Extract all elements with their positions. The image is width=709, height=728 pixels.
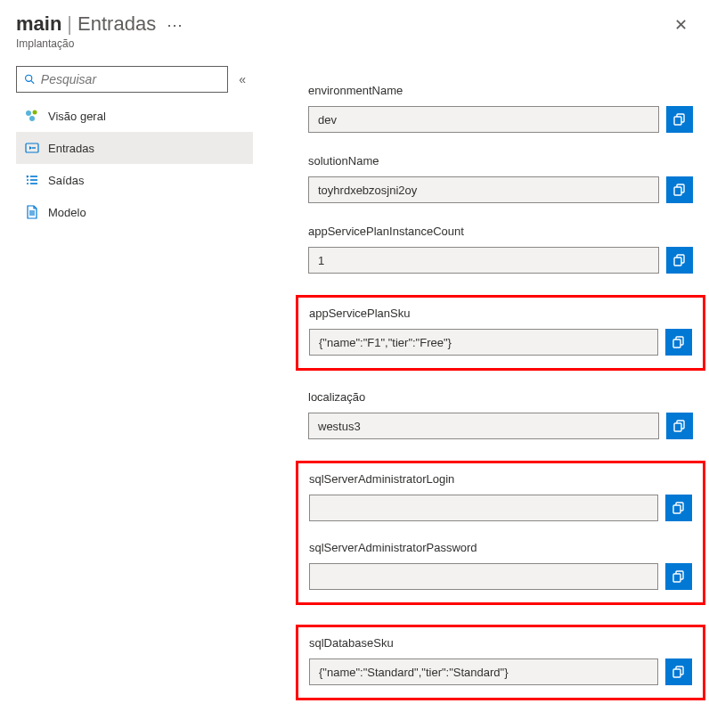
param-localizacao: localização	[308, 390, 693, 439]
copy-button[interactable]	[665, 329, 692, 356]
param-value-input[interactable]	[308, 106, 659, 133]
highlight-appServicePlanSku: appServicePlanSku	[296, 295, 705, 371]
copy-icon	[672, 112, 687, 127]
param-sqlDatabaseSku: sqlDatabaseSku	[309, 636, 692, 685]
sidebar-item-label: Visão geral	[48, 110, 106, 123]
param-value-input[interactable]	[309, 563, 658, 590]
copy-button[interactable]	[665, 495, 692, 521]
sidebar-item-inputs[interactable]: Entradas	[16, 132, 253, 164]
collapse-sidebar-button[interactable]: «	[235, 69, 249, 90]
copy-icon	[672, 419, 687, 433]
param-appServicePlanSku: appServicePlanSku	[309, 307, 692, 356]
param-label: environmentName	[308, 84, 693, 97]
search-box[interactable]	[16, 66, 228, 93]
search-input[interactable]	[41, 72, 220, 86]
search-icon	[24, 73, 36, 86]
param-value-input[interactable]	[309, 658, 658, 685]
param-appServicePlanInstanceCount: appServicePlanInstanceCount	[308, 225, 693, 274]
param-label: sqlDatabaseSku	[309, 636, 692, 650]
page-subtitle: Implantação	[16, 37, 183, 50]
param-environmentName: environmentName	[308, 84, 693, 133]
copy-button[interactable]	[666, 106, 693, 133]
template-icon	[25, 205, 39, 219]
copy-button[interactable]	[666, 247, 693, 274]
main-content: environmentName solutionName appServiceP…	[258, 66, 709, 720]
copy-icon	[672, 501, 686, 515]
param-value-input[interactable]	[308, 176, 659, 203]
param-sqlServerAdministratorLogin: sqlServerAdministratorLogin	[309, 472, 692, 521]
param-solutionName: solutionName	[308, 154, 693, 203]
copy-icon	[672, 665, 686, 679]
outputs-icon	[25, 173, 39, 187]
param-label: sqlServerAdministratorPassword	[309, 541, 692, 554]
title-separator: |	[67, 12, 72, 36]
param-value-input[interactable]	[308, 413, 659, 439]
copy-button[interactable]	[666, 413, 693, 439]
param-value-input[interactable]	[309, 495, 658, 521]
sidebar-item-label: Entradas	[48, 142, 94, 155]
param-label: solutionName	[308, 154, 693, 168]
param-value-input[interactable]	[308, 247, 659, 274]
copy-button[interactable]	[665, 658, 692, 685]
sidebar-item-overview[interactable]: Visão geral	[16, 100, 253, 132]
blade-header: main | Entradas ⋯ Implantação ✕	[0, 0, 709, 53]
copy-button[interactable]	[665, 563, 692, 590]
highlight-sqlDatabaseSku: sqlDatabaseSku	[296, 625, 705, 700]
copy-button[interactable]	[666, 176, 693, 203]
copy-icon	[672, 569, 686, 584]
param-label: appServicePlanInstanceCount	[308, 225, 693, 238]
sidebar-item-outputs[interactable]: Saídas	[16, 164, 253, 196]
copy-icon	[672, 183, 687, 197]
copy-icon	[672, 253, 687, 267]
param-value-input[interactable]	[309, 329, 658, 356]
page-title-section: Entradas	[77, 12, 156, 36]
more-actions-button[interactable]: ⋯	[167, 15, 183, 35]
overview-icon	[25, 109, 39, 123]
sidebar-item-label: Modelo	[48, 206, 86, 219]
close-button[interactable]: ✕	[670, 16, 691, 37]
param-sqlServerAdministratorPassword: sqlServerAdministratorPassword	[309, 541, 692, 590]
highlight-sqlServerAdministrator: sqlServerAdministratorLogin sqlServerAdm…	[296, 461, 705, 605]
param-label: sqlServerAdministratorLogin	[309, 472, 692, 486]
page-title-main: main	[16, 12, 61, 36]
sidebar-item-template[interactable]: Modelo	[16, 196, 253, 228]
param-label: localização	[308, 390, 693, 404]
param-label: appServicePlanSku	[309, 307, 692, 320]
sidebar: « Visão geral Entradas Saídas Modelo	[0, 66, 258, 720]
sidebar-item-label: Saídas	[48, 174, 84, 187]
inputs-icon	[25, 141, 39, 155]
copy-icon	[672, 335, 686, 349]
